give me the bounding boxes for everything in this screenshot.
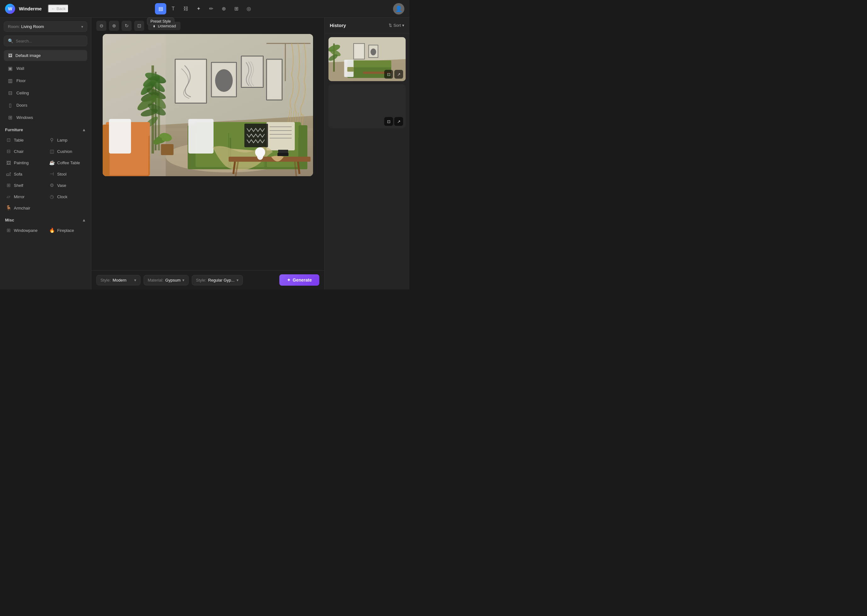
sidebar-item-wall[interactable]: ▣ Wall: [3, 63, 88, 74]
sidebar-item-doors[interactable]: ▯ Doors: [3, 99, 88, 111]
room-scene-svg: [102, 34, 313, 176]
svg-rect-64: [102, 124, 110, 176]
furniture-collapse-button[interactable]: ▲: [82, 127, 86, 132]
room-selector-chevron: ▾: [81, 25, 83, 29]
pen-tool-button[interactable]: ✏: [205, 3, 217, 14]
crop-tool-button[interactable]: ⊕: [218, 3, 229, 14]
furniture-item-table-label: Table: [14, 138, 24, 143]
history-thumb-2: ⊡ ↗: [328, 84, 406, 128]
bottom-bar: Style: Modern ▾ Material: Gypsum ▾ Style…: [91, 270, 325, 289]
back-arrow-icon: ←: [51, 6, 55, 11]
sidebar-item-windows[interactable]: ⊞ Windows: [3, 112, 88, 123]
magic-tool-button[interactable]: ✦: [193, 3, 204, 14]
mirror-icon: ▱: [6, 194, 11, 200]
history-item-2[interactable]: ⊡ ↗: [328, 84, 406, 128]
back-button[interactable]: ← Back: [48, 5, 69, 13]
preset-style-wrapper: ▤ Preset Style: [155, 3, 166, 14]
material-dropdown[interactable]: Material: Gypsum ▾: [143, 275, 189, 285]
history-item-1[interactable]: ⊡ ↗: [328, 37, 406, 81]
furniture-item-lamp[interactable]: ⚲ Lamp: [46, 135, 89, 145]
svg-rect-23: [267, 60, 281, 99]
sidebar: Room: Living Room ▾ 🔍 🖼 Default image ▣ …: [0, 17, 91, 289]
misc-item-windowpane[interactable]: ⊞ Windowpane: [3, 225, 45, 236]
furniture-item-vase[interactable]: ⚙ Vase: [46, 180, 89, 191]
style-value: Modern: [113, 278, 127, 283]
main-layout: Room: Living Room ▾ 🔍 🖼 Default image ▣ …: [0, 17, 410, 289]
zoom-in-button[interactable]: ⊕: [109, 21, 119, 31]
room-selector[interactable]: Room: Living Room ▾: [4, 21, 87, 32]
search-input[interactable]: [16, 39, 83, 43]
furniture-item-lamp-label: Lamp: [57, 138, 68, 143]
svg-rect-74: [278, 150, 288, 153]
misc-section-label: Misc: [5, 218, 14, 222]
link-tool-button[interactable]: ⛓: [180, 3, 191, 14]
fit-button[interactable]: ⊡: [134, 21, 144, 31]
style-label: Style:: [101, 278, 111, 283]
history-header: History ⇅ Sort ▾: [325, 17, 410, 33]
generate-button[interactable]: ✦ Generate: [279, 274, 319, 286]
zoom-out-button[interactable]: ⊖: [96, 21, 106, 31]
history-copy-button-1[interactable]: ⊡: [384, 70, 393, 79]
furniture-item-painting[interactable]: 🖼 Painting: [3, 157, 45, 168]
layout-tool-button[interactable]: ⊞: [230, 3, 242, 14]
misc-collapse-button[interactable]: ▲: [82, 218, 86, 222]
history-share-button-2[interactable]: ↗: [394, 117, 403, 126]
misc-section-header: Misc ▲: [0, 214, 91, 224]
svg-rect-76: [328, 37, 406, 62]
style-chevron: ▾: [134, 278, 136, 283]
coffee-table-icon: ☕: [49, 160, 55, 165]
sidebar-item-floor[interactable]: ▥ Floor: [3, 75, 88, 86]
style-dropdown[interactable]: Style: Modern ▾: [96, 275, 140, 285]
svg-point-19: [215, 69, 233, 92]
user-avatar[interactable]: 👤: [393, 3, 404, 14]
furniture-section-label: Furniture: [5, 127, 23, 132]
furniture-item-table[interactable]: ⊡ Table: [3, 135, 45, 145]
svg-rect-73: [277, 153, 288, 156]
furniture-item-mirror-label: Mirror: [14, 195, 25, 199]
furniture-item-armchair[interactable]: 🪑 Armchair: [3, 203, 45, 213]
misc-item-windowpane-label: Windowpane: [14, 228, 38, 233]
text-tool-button[interactable]: T: [167, 3, 179, 14]
room-selector-value: Living Room: [21, 24, 81, 29]
misc-grid: ⊞ Windowpane 🔥 Fireplace: [0, 224, 91, 236]
svg-point-72: [255, 147, 265, 157]
history-items: ⊡ ↗ ⊡ ↗: [325, 33, 410, 132]
chair-icon: ⊟: [6, 148, 11, 154]
sidebar-item-windows-label: Windows: [16, 115, 33, 120]
room-image-container: [102, 34, 313, 176]
furniture-item-shelf-label: Shelf: [14, 183, 23, 188]
sidebar-item-ceiling[interactable]: ⊟ Ceiling: [3, 87, 88, 99]
windowpane-icon: ⊞: [6, 228, 11, 233]
style2-dropdown[interactable]: Style: Regular Gyp... ▾: [192, 275, 243, 285]
preset-style-button[interactable]: ▤: [155, 3, 166, 14]
style2-label: Style:: [196, 278, 206, 283]
furniture-item-mirror[interactable]: ▱ Mirror: [3, 191, 45, 202]
shelf-icon: ⊞: [6, 182, 11, 188]
furniture-item-stool[interactable]: ⊣ Stool: [46, 169, 89, 179]
furniture-item-cushion[interactable]: ◫ Cushion: [46, 146, 89, 157]
sidebar-item-doors-label: Doors: [16, 103, 27, 108]
rotate-button[interactable]: ↻: [121, 21, 132, 31]
furniture-item-armchair-label: Armchair: [14, 206, 30, 211]
sort-button[interactable]: ⇅ Sort ▾: [389, 23, 404, 28]
default-image-button[interactable]: 🖼 Default image: [4, 50, 87, 61]
furniture-item-vase-label: Vase: [57, 183, 66, 188]
default-image-label: Default image: [16, 53, 41, 58]
furniture-item-clock-label: Clock: [57, 195, 68, 199]
sort-icon: ⇅: [389, 23, 392, 28]
misc-item-fireplace[interactable]: 🔥 Fireplace: [46, 225, 89, 236]
circle-tool-button[interactable]: ◎: [243, 3, 254, 14]
furniture-item-coffee-table[interactable]: ☕ Coffee Table: [46, 157, 89, 168]
furniture-item-cushion-label: Cushion: [57, 149, 73, 154]
furniture-item-clock[interactable]: ◷ Clock: [46, 191, 89, 202]
history-share-button-1[interactable]: ↗: [394, 70, 403, 79]
table-icon: ⊡: [6, 137, 11, 143]
history-copy-button-2[interactable]: ⊡: [384, 117, 393, 126]
furniture-item-shelf[interactable]: ⊞ Shelf: [3, 180, 45, 191]
furniture-item-sofa[interactable]: 🛋 Sofa: [3, 169, 45, 179]
sort-chevron: ▾: [402, 23, 404, 28]
furniture-grid: ⊡ Table ⚲ Lamp ⊟ Chair ◫ Cushion 🖼 Paint…: [0, 134, 91, 214]
svg-rect-86: [354, 44, 364, 58]
style2-value: Regular Gyp...: [208, 278, 235, 283]
furniture-item-chair[interactable]: ⊟ Chair: [3, 146, 45, 157]
